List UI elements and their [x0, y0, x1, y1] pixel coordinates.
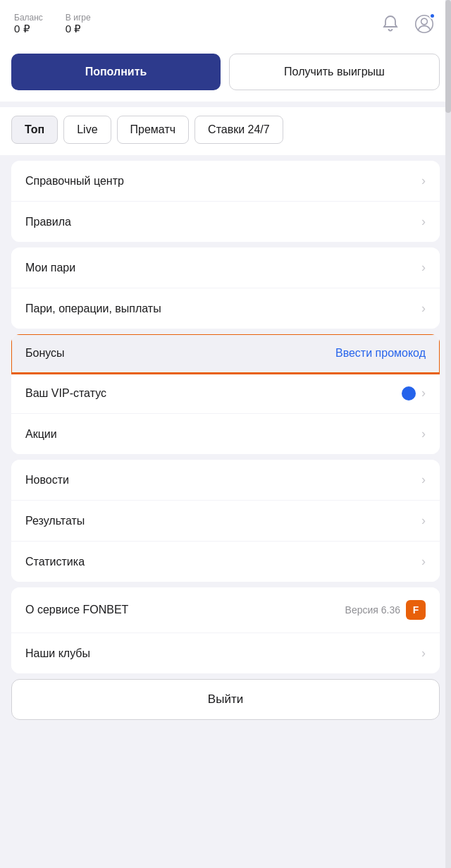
menu-item-results-right: › — [421, 513, 426, 528]
menu-item-bonuses-right: Ввести промокод — [335, 347, 426, 360]
menu-item-vip[interactable]: Ваш VIP-статус › — [11, 373, 440, 414]
menu-item-clubs[interactable]: Наши клубы › — [11, 633, 440, 673]
deposit-button[interactable]: Пополнить — [11, 54, 221, 90]
menu-item-operations-right: › — [421, 301, 426, 316]
menu-item-rules-label: Правила — [25, 216, 71, 228]
menu-item-my-bets[interactable]: Мои пари › — [11, 247, 440, 288]
chevron-icon: › — [421, 173, 426, 188]
menu-item-operations[interactable]: Пари, операции, выплаты › — [11, 288, 440, 329]
menu-item-about-right: Версия 6.36 F — [345, 600, 426, 620]
fonbet-version-text: Версия 6.36 — [345, 604, 400, 616]
menu-group-4: Новости › Результаты › Статистика › — [11, 460, 440, 582]
tab-top[interactable]: Топ — [11, 116, 58, 144]
user-notification-dot — [429, 13, 435, 19]
chevron-icon: › — [421, 427, 426, 441]
menu-item-promo[interactable]: Акции › — [11, 414, 440, 454]
chevron-icon: › — [421, 386, 426, 401]
tab-live[interactable]: Live — [63, 116, 111, 144]
logout-button[interactable]: Выйти — [11, 679, 440, 720]
menu-item-help-right: › — [421, 173, 426, 188]
menu-item-help-label: Справочный центр — [25, 175, 124, 188]
menu-item-news[interactable]: Новости › — [11, 460, 440, 501]
menu-item-stats-label: Статистика — [25, 556, 85, 568]
chevron-icon: › — [421, 513, 426, 528]
chevron-icon: › — [421, 472, 426, 487]
notifications-button[interactable] — [378, 11, 403, 37]
balance-section: Баланс 0 ₽ В игре 0 ₽ — [14, 13, 91, 35]
tab-bets247[interactable]: Ставки 24/7 — [194, 116, 283, 144]
menu-item-results[interactable]: Результаты › — [11, 501, 440, 542]
menu-item-results-label: Результаты — [25, 515, 85, 527]
tabs-bar: Топ Live Прематч Ставки 24/7 — [0, 107, 451, 155]
menu-item-news-right: › — [421, 472, 426, 487]
balance-value: 0 ₽ — [14, 23, 43, 35]
balance-label: Баланс — [14, 13, 43, 23]
header-icons — [378, 11, 437, 37]
chevron-icon: › — [421, 554, 426, 569]
menu-item-stats[interactable]: Статистика › — [11, 542, 440, 582]
chevron-icon: › — [421, 214, 426, 229]
tab-prematch[interactable]: Прематч — [117, 116, 190, 144]
menu-group-3: Бонусы Ввести промокод Ваш VIP-статус › … — [11, 334, 440, 454]
menu-item-rules[interactable]: Правила › — [11, 202, 440, 242]
balance-item: Баланс 0 ₽ — [14, 13, 43, 35]
menu-item-clubs-label: Наши клубы — [25, 647, 90, 660]
scrollbar-thumb[interactable] — [445, 0, 451, 113]
menu-item-news-label: Новости — [25, 474, 69, 487]
menu-item-about[interactable]: О сервисе FONBET Версия 6.36 F — [11, 587, 440, 633]
chevron-icon: › — [421, 260, 426, 275]
menu-item-operations-label: Пари, операции, выплаты — [25, 302, 161, 315]
menu-item-promo-label: Акции — [25, 428, 57, 441]
menu-group-1: Справочный центр › Правила › — [11, 161, 440, 242]
user-profile-button[interactable] — [412, 11, 437, 37]
chevron-icon: › — [421, 301, 426, 316]
menu-item-vip-right: › — [402, 386, 426, 401]
in-game-item: В игре 0 ₽ — [66, 13, 91, 35]
promo-code-link[interactable]: Ввести промокод — [335, 347, 426, 360]
menu-item-my-bets-label: Мои пари — [25, 262, 75, 274]
menu-item-about-label: О сервисе FONBET — [25, 604, 128, 616]
action-buttons: Пополнить Получить выигрыш — [0, 45, 451, 102]
menu-item-my-bets-right: › — [421, 260, 426, 275]
in-game-label: В игре — [66, 13, 91, 23]
fonbet-logo-icon: F — [406, 600, 426, 620]
header: Баланс 0 ₽ В игре 0 ₽ — [0, 0, 451, 45]
menu-item-bonuses-label: Бонусы — [25, 347, 65, 360]
menu-group-2: Мои пари › Пари, операции, выплаты › — [11, 247, 440, 329]
menu-item-vip-label: Ваш VIP-статус — [25, 387, 106, 400]
menu-item-rules-right: › — [421, 214, 426, 229]
chevron-icon: › — [421, 646, 426, 661]
menu-item-clubs-right: › — [421, 646, 426, 661]
menu-group-5: О сервисе FONBET Версия 6.36 F Наши клуб… — [11, 587, 440, 673]
svg-point-1 — [421, 18, 428, 25]
vip-status-dot — [402, 386, 416, 401]
scrollbar-track — [445, 0, 451, 868]
menu-item-bonuses[interactable]: Бонусы Ввести промокод — [11, 334, 440, 373]
logout-section: Выйти — [11, 679, 440, 720]
in-game-value: 0 ₽ — [66, 23, 91, 35]
withdraw-button[interactable]: Получить выигрыш — [229, 54, 440, 90]
menu-item-stats-right: › — [421, 554, 426, 569]
menu-item-help[interactable]: Справочный центр › — [11, 161, 440, 202]
menu-item-promo-right: › — [421, 427, 426, 441]
